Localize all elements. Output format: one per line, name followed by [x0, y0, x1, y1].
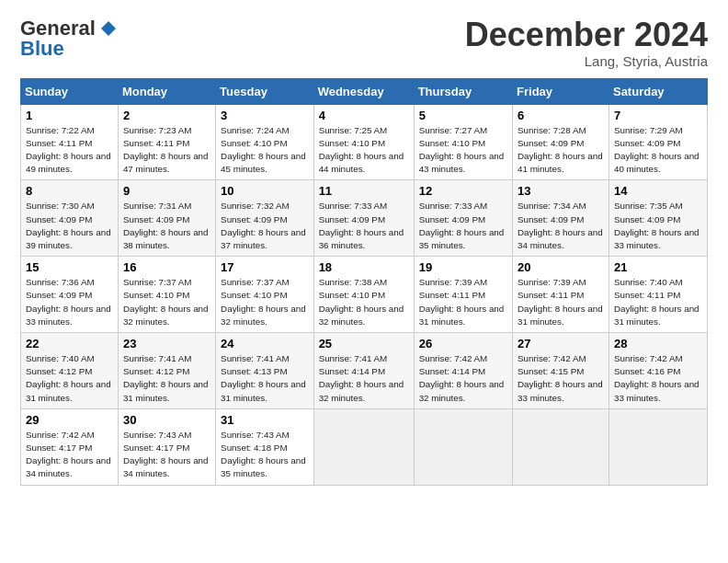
- day-number: 3: [221, 109, 310, 122]
- day-number: 17: [221, 260, 310, 274]
- day-info: Sunrise: 7:32 AM Sunset: 4:09 PM Dayligh…: [221, 200, 310, 252]
- day-info: Sunrise: 7:42 AM Sunset: 4:16 PM Dayligh…: [614, 352, 703, 405]
- day-info: Sunrise: 7:42 AM Sunset: 4:14 PM Dayligh…: [419, 352, 508, 405]
- day-number: 14: [614, 184, 703, 198]
- calendar-cell: 2 Sunrise: 7:23 AM Sunset: 4:11 PM Dayli…: [118, 104, 215, 180]
- page: General Blue December 2024 Lang, Styria,…: [0, 0, 728, 495]
- col-thursday: Thursday: [414, 78, 512, 104]
- calendar-cell: [609, 408, 707, 485]
- calendar-cell: 25 Sunrise: 7:41 AM Sunset: 4:14 PM Dayl…: [313, 333, 414, 409]
- day-number: 31: [221, 413, 310, 427]
- calendar-cell: 14 Sunrise: 7:35 AM Sunset: 4:09 PM Dayl…: [609, 180, 707, 257]
- calendar-cell: 23 Sunrise: 7:41 AM Sunset: 4:12 PM Dayl…: [118, 333, 215, 409]
- header: General Blue December 2024 Lang, Styria,…: [20, 17, 708, 69]
- calendar-cell: 13 Sunrise: 7:34 AM Sunset: 4:09 PM Dayl…: [513, 180, 609, 257]
- calendar-cell: 6 Sunrise: 7:28 AM Sunset: 4:09 PM Dayli…: [513, 104, 609, 180]
- day-info: Sunrise: 7:43 AM Sunset: 4:18 PM Dayligh…: [221, 429, 310, 481]
- day-number: 11: [319, 184, 410, 198]
- calendar-cell: 16 Sunrise: 7:37 AM Sunset: 4:10 PM Dayl…: [118, 257, 215, 333]
- calendar-cell: 24 Sunrise: 7:41 AM Sunset: 4:13 PM Dayl…: [216, 333, 314, 409]
- day-number: 18: [319, 260, 410, 274]
- day-info: Sunrise: 7:23 AM Sunset: 4:11 PM Dayligh…: [123, 124, 211, 177]
- calendar-cell: 1 Sunrise: 7:22 AM Sunset: 4:11 PM Dayli…: [21, 104, 119, 180]
- day-info: Sunrise: 7:41 AM Sunset: 4:12 PM Dayligh…: [123, 352, 211, 405]
- day-info: Sunrise: 7:25 AM Sunset: 4:10 PM Dayligh…: [319, 124, 410, 177]
- calendar-cell: 26 Sunrise: 7:42 AM Sunset: 4:14 PM Dayl…: [414, 333, 512, 409]
- col-tuesday: Tuesday: [216, 78, 314, 104]
- calendar-cell: 8 Sunrise: 7:30 AM Sunset: 4:09 PM Dayli…: [21, 180, 119, 257]
- day-number: 21: [614, 260, 703, 274]
- day-info: Sunrise: 7:41 AM Sunset: 4:14 PM Dayligh…: [319, 352, 410, 405]
- day-info: Sunrise: 7:39 AM Sunset: 4:11 PM Dayligh…: [419, 276, 508, 328]
- day-number: 15: [26, 260, 114, 274]
- calendar-week-row: 15 Sunrise: 7:36 AM Sunset: 4:09 PM Dayl…: [21, 257, 708, 333]
- calendar-cell: 21 Sunrise: 7:40 AM Sunset: 4:11 PM Dayl…: [609, 257, 707, 333]
- day-number: 7: [614, 109, 703, 122]
- day-info: Sunrise: 7:42 AM Sunset: 4:17 PM Dayligh…: [26, 429, 114, 481]
- logo-flag-icon: [99, 19, 118, 38]
- day-info: Sunrise: 7:40 AM Sunset: 4:11 PM Dayligh…: [614, 276, 703, 328]
- calendar-cell: 4 Sunrise: 7:25 AM Sunset: 4:10 PM Dayli…: [313, 104, 414, 180]
- calendar-week-row: 8 Sunrise: 7:30 AM Sunset: 4:09 PM Dayli…: [21, 180, 708, 257]
- day-number: 20: [518, 260, 605, 274]
- calendar-cell: 12 Sunrise: 7:33 AM Sunset: 4:09 PM Dayl…: [414, 180, 512, 257]
- calendar-cell: 31 Sunrise: 7:43 AM Sunset: 4:18 PM Dayl…: [216, 408, 314, 485]
- day-number: 22: [26, 337, 114, 350]
- day-info: Sunrise: 7:29 AM Sunset: 4:09 PM Dayligh…: [614, 124, 703, 177]
- month-title: December 2024: [465, 17, 708, 53]
- calendar-cell: 7 Sunrise: 7:29 AM Sunset: 4:09 PM Dayli…: [609, 104, 707, 180]
- col-wednesday: Wednesday: [313, 78, 414, 104]
- calendar-cell: 10 Sunrise: 7:32 AM Sunset: 4:09 PM Dayl…: [216, 180, 314, 257]
- day-info: Sunrise: 7:37 AM Sunset: 4:10 PM Dayligh…: [221, 276, 310, 328]
- day-info: Sunrise: 7:36 AM Sunset: 4:09 PM Dayligh…: [26, 276, 114, 328]
- day-number: 16: [123, 260, 211, 274]
- day-number: 4: [319, 109, 410, 122]
- day-number: 28: [614, 337, 703, 350]
- day-number: 2: [123, 109, 211, 122]
- day-number: 19: [419, 260, 508, 274]
- calendar-week-row: 22 Sunrise: 7:40 AM Sunset: 4:12 PM Dayl…: [21, 333, 708, 409]
- day-info: Sunrise: 7:40 AM Sunset: 4:12 PM Dayligh…: [26, 352, 114, 405]
- calendar-cell: [513, 408, 609, 485]
- calendar-cell: 15 Sunrise: 7:36 AM Sunset: 4:09 PM Dayl…: [21, 257, 119, 333]
- day-info: Sunrise: 7:33 AM Sunset: 4:09 PM Dayligh…: [319, 200, 410, 252]
- calendar-cell: 17 Sunrise: 7:37 AM Sunset: 4:10 PM Dayl…: [216, 257, 314, 333]
- col-saturday: Saturday: [609, 78, 707, 104]
- day-number: 13: [518, 184, 605, 198]
- day-number: 6: [518, 109, 605, 122]
- day-number: 26: [419, 337, 508, 350]
- day-info: Sunrise: 7:27 AM Sunset: 4:10 PM Dayligh…: [419, 124, 508, 177]
- calendar-cell: [414, 408, 512, 485]
- calendar-cell: 30 Sunrise: 7:43 AM Sunset: 4:17 PM Dayl…: [118, 408, 215, 485]
- day-number: 1: [26, 109, 114, 122]
- logo-blue-text: Blue: [20, 37, 64, 61]
- day-info: Sunrise: 7:31 AM Sunset: 4:09 PM Dayligh…: [123, 200, 211, 252]
- day-number: 5: [419, 109, 508, 122]
- day-number: 23: [123, 337, 211, 350]
- day-number: 24: [221, 337, 310, 350]
- calendar-week-row: 1 Sunrise: 7:22 AM Sunset: 4:11 PM Dayli…: [21, 104, 708, 180]
- day-info: Sunrise: 7:24 AM Sunset: 4:10 PM Dayligh…: [221, 124, 310, 177]
- calendar-cell: 22 Sunrise: 7:40 AM Sunset: 4:12 PM Dayl…: [21, 333, 119, 409]
- title-block: December 2024 Lang, Styria, Austria: [465, 17, 708, 69]
- col-friday: Friday: [513, 78, 609, 104]
- day-info: Sunrise: 7:43 AM Sunset: 4:17 PM Dayligh…: [123, 429, 211, 481]
- day-info: Sunrise: 7:30 AM Sunset: 4:09 PM Dayligh…: [26, 200, 114, 252]
- day-info: Sunrise: 7:33 AM Sunset: 4:09 PM Dayligh…: [419, 200, 508, 252]
- day-info: Sunrise: 7:37 AM Sunset: 4:10 PM Dayligh…: [123, 276, 211, 328]
- calendar-cell: 11 Sunrise: 7:33 AM Sunset: 4:09 PM Dayl…: [313, 180, 414, 257]
- calendar-cell: 27 Sunrise: 7:42 AM Sunset: 4:15 PM Dayl…: [513, 333, 609, 409]
- day-number: 8: [26, 184, 114, 198]
- calendar-header-row: Sunday Monday Tuesday Wednesday Thursday…: [21, 78, 708, 104]
- day-info: Sunrise: 7:38 AM Sunset: 4:10 PM Dayligh…: [319, 276, 410, 328]
- calendar-cell: 19 Sunrise: 7:39 AM Sunset: 4:11 PM Dayl…: [414, 257, 512, 333]
- calendar-cell: 5 Sunrise: 7:27 AM Sunset: 4:10 PM Dayli…: [414, 104, 512, 180]
- location: Lang, Styria, Austria: [465, 53, 708, 69]
- day-info: Sunrise: 7:28 AM Sunset: 4:09 PM Dayligh…: [518, 124, 605, 177]
- day-info: Sunrise: 7:35 AM Sunset: 4:09 PM Dayligh…: [614, 200, 703, 252]
- calendar-cell: [313, 408, 414, 485]
- day-number: 27: [518, 337, 605, 350]
- col-sunday: Sunday: [21, 78, 119, 104]
- day-info: Sunrise: 7:34 AM Sunset: 4:09 PM Dayligh…: [518, 200, 605, 252]
- calendar-week-row: 29 Sunrise: 7:42 AM Sunset: 4:17 PM Dayl…: [21, 408, 708, 485]
